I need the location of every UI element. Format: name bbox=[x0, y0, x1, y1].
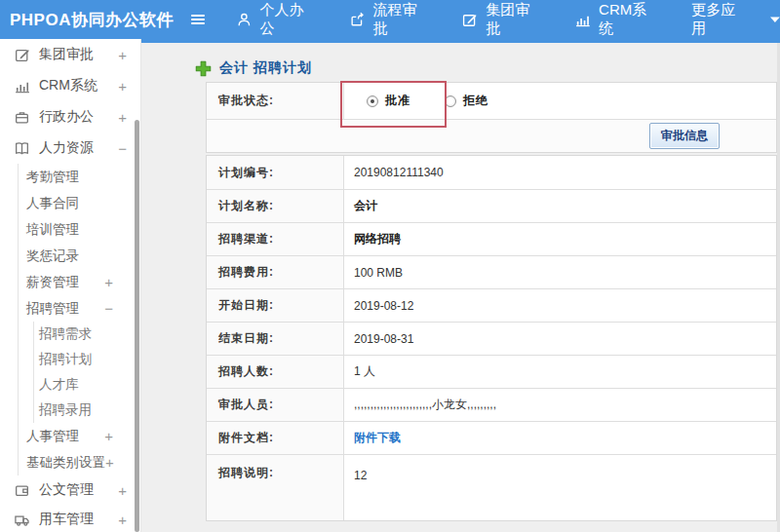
headcount-value: 1 人 bbox=[344, 356, 776, 388]
app-title: PHPOA协同办公软件 bbox=[0, 9, 185, 31]
main-nav: 个人办公 流程审批 集团审批 CRM系统 更多应用 bbox=[236, 1, 780, 38]
recruit-description-value: 1 2 bbox=[344, 455, 776, 520]
expand-plus-icon: + bbox=[105, 454, 114, 471]
nav-item-label: 流程审批 bbox=[372, 1, 430, 38]
approval-button-row: 审批信息 bbox=[207, 119, 776, 152]
sidebar-item-hr-contract[interactable]: 人事合同 bbox=[19, 190, 140, 216]
collapse-minus-icon: − bbox=[118, 140, 127, 157]
table-row-plan-name: 计划名称: 会计 bbox=[207, 189, 776, 222]
recruit-channel-value: 网络招聘 bbox=[344, 223, 776, 255]
attachment-download-link[interactable]: 附件下载 bbox=[354, 430, 401, 446]
nav-item-label: 集团审批 bbox=[486, 1, 543, 38]
sidebar-item-base-category[interactable]: 基础类别设置+ bbox=[19, 449, 140, 475]
expand-plus-icon: + bbox=[118, 512, 127, 528]
expand-plus-icon: + bbox=[104, 428, 113, 444]
sidebar-item-crm[interactable]: CRM系统 + bbox=[0, 70, 140, 101]
bar-chart-icon bbox=[574, 12, 591, 28]
caret-down-icon bbox=[770, 16, 780, 23]
nav-item-process-approval[interactable]: 流程审批 bbox=[349, 1, 431, 38]
expand-plus-icon: + bbox=[118, 482, 127, 499]
document-icon bbox=[14, 482, 30, 499]
sidebar-item-attendance[interactable]: 考勤管理 bbox=[19, 164, 140, 190]
sidebar-item-label: 人力资源 bbox=[39, 139, 94, 157]
table-row-recruit-cost: 招聘费用: 100 RMB bbox=[207, 255, 776, 288]
expand-plus-icon: + bbox=[118, 109, 127, 126]
table-row-start-date: 开始日期: 2019-08-12 bbox=[207, 288, 776, 322]
radio-approve[interactable]: 批准 bbox=[367, 93, 410, 109]
end-date-value: 2019-08-31 bbox=[344, 323, 776, 355]
radio-reject-label: 拒绝 bbox=[463, 93, 488, 109]
sidebar-item-recruit-mgmt[interactable]: 招聘管理− bbox=[19, 295, 140, 322]
plan-name-value: 会计 bbox=[344, 190, 776, 222]
hamburger-menu-button[interactable] bbox=[185, 12, 211, 27]
start-date-value: 2019-08-12 bbox=[344, 289, 776, 322]
nav-item-personal-office[interactable]: 个人办公 bbox=[236, 1, 318, 38]
hr-submenu: 考勤管理 人事合同 培训管理 奖惩记录 薪资管理+ 招聘管理− 招聘需求 招聘计… bbox=[18, 164, 140, 475]
table-row-approvers: 审批人员: ,,,,,,,,,,,,,,,,,,,,,,,,小龙女,,,,,,,… bbox=[207, 388, 776, 421]
main-panel: 会计 招聘计划 审批状态: 批准 拒绝 bbox=[141, 39, 780, 532]
add-plus-icon[interactable] bbox=[195, 60, 212, 77]
sidebar-item-personnel-mgmt[interactable]: 人事管理+ bbox=[19, 423, 140, 449]
recruit-cost-value: 100 RMB bbox=[344, 256, 776, 288]
sidebar-item-admin-office[interactable]: 行政办公 + bbox=[0, 101, 140, 133]
sidebar-item-label: 集团审批 bbox=[39, 46, 94, 63]
sidebar-scrollbar-thumb[interactable] bbox=[135, 120, 139, 532]
nav-item-crm[interactable]: CRM系统 bbox=[574, 1, 660, 38]
edit-square-icon bbox=[14, 47, 30, 63]
collapse-minus-icon: − bbox=[104, 300, 113, 317]
approval-status-row: 审批状态: 批准 拒绝 bbox=[207, 83, 776, 119]
radio-approve-control[interactable] bbox=[367, 95, 378, 107]
sidebar-item-rewards[interactable]: 奖惩记录 bbox=[19, 243, 140, 269]
sidebar-item-recruit-demand[interactable]: 招聘需求 bbox=[34, 322, 140, 347]
process-icon bbox=[349, 12, 366, 28]
sidebar-item-salary[interactable]: 薪资管理+ bbox=[19, 269, 140, 295]
nav-item-group-approval[interactable]: 集团审批 bbox=[461, 1, 543, 38]
table-row-end-date: 结束日期: 2019-08-31 bbox=[207, 322, 776, 355]
sidebar-item-training[interactable]: 培训管理 bbox=[19, 216, 140, 243]
edit-icon bbox=[461, 12, 478, 28]
nav-item-more-apps[interactable]: 更多应用 bbox=[691, 1, 780, 38]
nav-item-label: 更多应用 bbox=[691, 1, 749, 38]
sidebar-item-label: 用车管理 bbox=[39, 511, 94, 528]
approval-info-button[interactable]: 审批信息 bbox=[649, 123, 720, 149]
sidebar-item-doc-mgmt[interactable]: 公文管理 + bbox=[0, 475, 140, 505]
page-title-text: 会计 招聘计划 bbox=[219, 59, 312, 77]
plan-detail-table: 计划编号: 20190812111340 计划名称: 会计 招聘渠道: 网络招聘… bbox=[206, 155, 777, 521]
radio-reject-control[interactable] bbox=[445, 95, 456, 107]
sidebar-item-label: CRM系统 bbox=[39, 77, 98, 95]
table-row-plan-number: 计划编号: 20190812111340 bbox=[207, 156, 776, 189]
recruit-submenu: 招聘需求 招聘计划 人才库 招聘录用 bbox=[33, 322, 140, 423]
briefcase-icon bbox=[14, 109, 30, 126]
expand-plus-icon: + bbox=[118, 47, 127, 63]
top-navbar: PHPOA协同办公软件 个人办公 流程审批 集团审批 CRM系统 更多应用 bbox=[0, 0, 780, 39]
sidebar-item-hr[interactable]: 人力资源 − bbox=[0, 133, 140, 164]
page-title: 会计 招聘计划 bbox=[141, 43, 780, 82]
table-row-recruit-channel: 招聘渠道: 网络招聘 bbox=[207, 222, 776, 255]
approval-status-options: 批准 拒绝 bbox=[344, 83, 776, 119]
sidebar-item-talent-pool[interactable]: 人才库 bbox=[34, 372, 140, 398]
sidebar-item-recruit-plan[interactable]: 招聘计划 bbox=[34, 347, 140, 372]
user-icon bbox=[236, 12, 253, 28]
nav-item-label: 个人办公 bbox=[260, 1, 318, 38]
table-row-description: 招聘说明: 1 2 bbox=[207, 454, 776, 520]
sidebar-item-label: 行政办公 bbox=[39, 108, 94, 126]
sidebar-item-recruit-hire[interactable]: 招聘录用 bbox=[34, 398, 140, 423]
bar-chart-icon bbox=[14, 78, 30, 95]
radio-reject[interactable]: 拒绝 bbox=[445, 93, 488, 109]
truck-icon bbox=[14, 512, 30, 528]
sidebar-item-vehicle-mgmt[interactable]: 用车管理 + bbox=[0, 505, 140, 532]
approval-status-table: 审批状态: 批准 拒绝 审批信息 bbox=[206, 82, 777, 153]
approval-status-label: 审批状态: bbox=[207, 83, 344, 119]
sidebar: 集团审批 + CRM系统 + 行政办公 + 人力资源 − 考勤管理 人事合同 bbox=[0, 39, 141, 532]
sidebar-item-group-approval[interactable]: 集团审批 + bbox=[0, 39, 140, 70]
book-icon bbox=[14, 140, 30, 157]
approvers-value: ,,,,,,,,,,,,,,,,,,,,,,,,小龙女,,,,,,,,, bbox=[344, 389, 776, 421]
expand-plus-icon: + bbox=[104, 274, 113, 290]
sidebar-item-label: 公文管理 bbox=[39, 481, 94, 499]
expand-plus-icon: + bbox=[118, 78, 127, 95]
hamburger-icon bbox=[189, 12, 207, 27]
table-row-attachment: 附件文档: 附件下载 bbox=[207, 421, 776, 454]
table-row-headcount: 招聘人数: 1 人 bbox=[207, 355, 776, 388]
plan-number-value: 20190812111340 bbox=[344, 156, 776, 189]
radio-approve-label: 批准 bbox=[385, 93, 410, 109]
